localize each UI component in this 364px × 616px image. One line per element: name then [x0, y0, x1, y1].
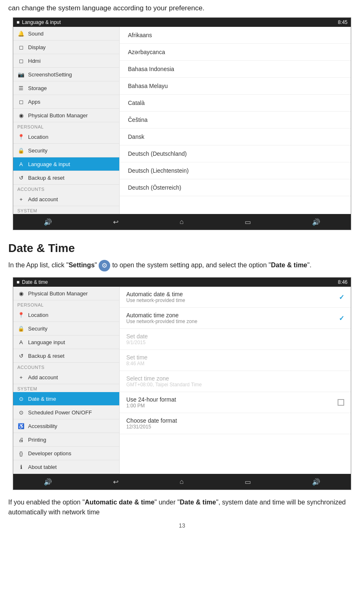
- statusbar-left-2: ■ Date & time: [17, 279, 48, 285]
- footer-bold-auto-date: Automatic date & time: [85, 499, 154, 506]
- dt-item-date-format[interactable]: Choose date format 12/31/2015: [120, 413, 351, 434]
- sidebar-item-screenshot[interactable]: 📷 ScreenshotSetting: [13, 68, 119, 81]
- android-body-2: ◉ Physical Button Manager PERSONAL 📍 Loc…: [13, 287, 351, 474]
- sidebar-item-label: Physical Button Manager: [28, 290, 88, 297]
- nav-volume-up[interactable]: 🔊: [312, 218, 320, 226]
- sidebar-item-display[interactable]: ◻ Display: [13, 40, 119, 54]
- nav-back[interactable]: ↩: [113, 218, 118, 226]
- list-item[interactable]: Bahasa Indonesia: [120, 61, 351, 78]
- dt-item-set-time-info: Set time 8:46 AM: [126, 354, 147, 366]
- statusbar-title-1: Language & input: [22, 19, 61, 25]
- sidebar-item-physical-button-2[interactable]: ◉ Physical Button Manager: [13, 287, 119, 300]
- scheduled-power-icon: ⊙: [17, 409, 25, 416]
- auto-zone-check: ✓: [339, 314, 344, 322]
- sidebar-item-location[interactable]: 📍 Location: [13, 130, 119, 144]
- dt-auto-date-sub: Use network-provided time: [126, 297, 185, 303]
- dt-item-auto-date[interactable]: Automatic date & time Use network-provid…: [120, 287, 351, 308]
- sidebar-item-storage[interactable]: ☰ Storage: [13, 81, 119, 95]
- location-icon: 📍: [17, 133, 25, 140]
- nav-home[interactable]: ⌂: [180, 218, 184, 226]
- sidebar-item-accessibility[interactable]: ♿ Accessibility: [13, 419, 119, 433]
- 24hour-checkbox[interactable]: [338, 399, 344, 406]
- hdmi-icon: ◻: [17, 57, 25, 64]
- sidebar-item-label: Storage: [28, 85, 47, 91]
- screenshot-language: ■ Language & input 8:45 🔔 Sound ◻ Displa…: [13, 17, 351, 230]
- dt-set-date-title: Set date: [126, 333, 148, 340]
- sidebar-item-printing[interactable]: 🖨 Printing: [13, 433, 119, 447]
- nav-volume-down[interactable]: 🔊: [44, 218, 52, 226]
- sidebar-item-language-input[interactable]: A Language & input: [13, 157, 119, 171]
- sidebar-item-label: Language & input: [28, 161, 70, 167]
- list-item[interactable]: Azərbaycanca: [120, 44, 351, 61]
- dt-auto-zone-sub: Use network-provided time zone: [126, 319, 197, 324]
- nav-recent-2[interactable]: ▭: [245, 478, 251, 486]
- dt-item-24hour-info: Use 24-hour format 1:00 PM: [126, 396, 176, 409]
- sidebar-item-label: Physical Button Manager: [28, 112, 88, 119]
- sidebar-item-hdmi[interactable]: ◻ Hdmi: [13, 54, 119, 68]
- sidebar-item-label: Date & time: [28, 396, 56, 402]
- sidebar-item-language-2[interactable]: A Language input: [13, 335, 119, 349]
- system-section-label-2: SYSTEM: [13, 384, 119, 392]
- list-item[interactable]: Afrikaans: [120, 27, 351, 44]
- sidebar-item-label: About tablet: [28, 464, 57, 470]
- add-account-icon-2: +: [17, 373, 25, 381]
- sidebar-item-location-2[interactable]: 📍 Location: [13, 308, 119, 322]
- nav-back-2[interactable]: ↩: [113, 478, 118, 486]
- signal-icon: ■: [17, 19, 19, 25]
- android-body-1: 🔔 Sound ◻ Display ◻ Hdmi 📷 ScreenshotSet…: [13, 27, 351, 214]
- sidebar-item-label: Display: [28, 44, 46, 50]
- sidebar-item-about[interactable]: ℹ About tablet: [13, 460, 119, 474]
- sidebar-item-scheduled-power[interactable]: ⊙ Scheduled Power ON/OFF: [13, 406, 119, 419]
- accounts-section-label: ACCOUNTS: [13, 185, 119, 193]
- sidebar-item-apps[interactable]: ◻ Apps: [13, 95, 119, 109]
- add-account-icon: +: [17, 195, 25, 203]
- sidebar-item-label: Add account: [28, 196, 58, 202]
- security-icon-2: 🔒: [17, 325, 25, 332]
- sidebar-item-label: Location: [28, 134, 48, 140]
- section-heading-date-time: Date & Time: [8, 242, 356, 255]
- dt-set-time-sub: 8:46 AM: [126, 361, 147, 366]
- sound-icon: 🔔: [17, 30, 25, 37]
- statusbar-time-2: 8:46: [338, 279, 347, 285]
- list-item[interactable]: Deutsch (Österreich): [120, 179, 351, 196]
- sidebar-item-backup-2[interactable]: ↺ Backup & reset: [13, 349, 119, 363]
- sidebar-item-physical-button[interactable]: ◉ Physical Button Manager: [13, 109, 119, 122]
- list-item[interactable]: Català: [120, 95, 351, 112]
- auto-date-check: ✓: [339, 293, 344, 301]
- dt-date-format-sub: 12/31/2015: [126, 424, 177, 430]
- list-item[interactable]: Deutsch (Liechtenstein): [120, 162, 351, 179]
- dt-item-auto-zone[interactable]: Automatic time zone Use network-provided…: [120, 308, 351, 329]
- sidebar-item-add-account-2[interactable]: + Add account: [13, 371, 119, 384]
- sidebar-item-add-account[interactable]: + Add account: [13, 193, 119, 206]
- sidebar-item-sound[interactable]: 🔔 Sound: [13, 27, 119, 40]
- list-item[interactable]: Čeština: [120, 112, 351, 128]
- language-list-area: Afrikaans Azərbaycanca Bahasa Indonesia …: [120, 27, 351, 214]
- footer-text: If you enabled the option "Automatic dat…: [8, 497, 356, 517]
- list-item[interactable]: Bahasa Melayu: [120, 78, 351, 95]
- dt-item-date-format-info: Choose date format 12/31/2015: [126, 417, 177, 430]
- dt-item-24hour[interactable]: Use 24-hour format 1:00 PM: [120, 392, 351, 413]
- sidebar-item-backup-reset[interactable]: ↺ Backup & reset: [13, 171, 119, 185]
- sidebar-item-label: Printing: [28, 437, 46, 443]
- statusbar-left-1: ■ Language & input: [17, 19, 61, 25]
- page-number: 13: [8, 517, 356, 534]
- sidebar-item-label: ScreenshotSetting: [28, 71, 72, 78]
- nav-recent[interactable]: ▭: [245, 218, 251, 226]
- nav-volume-up-2[interactable]: 🔊: [312, 478, 320, 486]
- sidebar-item-date-time[interactable]: ⊙ Date & time: [13, 392, 119, 406]
- list-item[interactable]: Dansk: [120, 128, 351, 145]
- sidebar-item-security[interactable]: 🔒 Security: [13, 144, 119, 157]
- personal-section-label-2: PERSONAL: [13, 300, 119, 308]
- dt-24hour-sub: 1:00 PM: [126, 403, 176, 409]
- nav-home-2[interactable]: ⌂: [180, 478, 184, 485]
- sidebar-item-developer[interactable]: {} Developer options: [13, 447, 119, 460]
- navbar-1: 🔊 ↩ ⌂ ▭ 🔊: [13, 214, 351, 230]
- sidebar-item-label: Hdmi: [28, 58, 40, 64]
- nav-volume-down-2[interactable]: 🔊: [44, 478, 52, 486]
- sidebar-item-label: Add account: [28, 374, 58, 381]
- statusbar-title-2: Date & time: [22, 279, 48, 285]
- developer-icon: {}: [17, 450, 25, 457]
- settings-icon-inline: ⚙: [99, 260, 110, 271]
- sidebar-item-security-2[interactable]: 🔒 Security: [13, 322, 119, 335]
- list-item[interactable]: Deutsch (Deutschland): [120, 145, 351, 162]
